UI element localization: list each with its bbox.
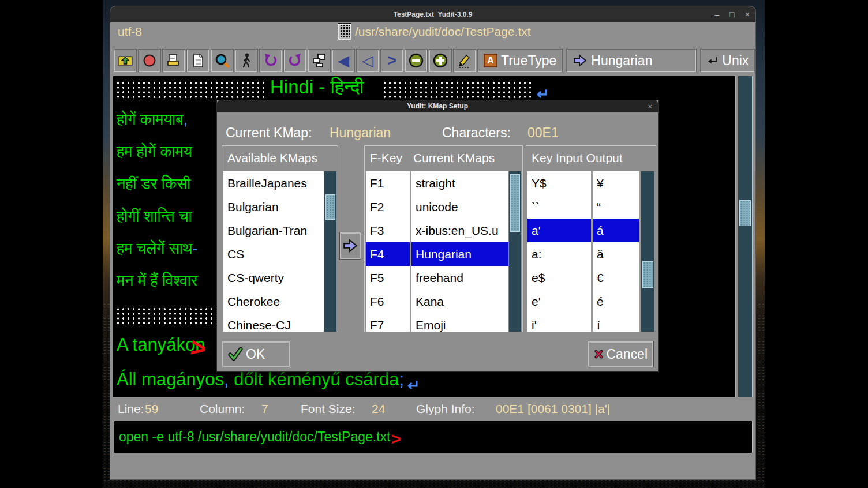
- document-button[interactable]: [186, 49, 209, 72]
- walking-person-icon: [238, 52, 255, 69]
- line-text: होगें कामयाब: [117, 111, 184, 128]
- output-cell[interactable]: ¥: [593, 171, 639, 195]
- dialog-titlebar[interactable]: Yudit: KMap Setup ×: [217, 100, 658, 112]
- fkey-cell[interactable]: F3: [366, 219, 410, 242]
- encoding-label: utf-8: [118, 25, 142, 39]
- output-cell[interactable]: ä: [593, 242, 639, 266]
- fkey-cell[interactable]: F6: [366, 290, 410, 313]
- key-input-cell[interactable]: Y$: [527, 171, 591, 195]
- file-path: /usr/share/yudit/doc/TestPage.txt: [355, 25, 531, 39]
- output-cell[interactable]: é: [593, 290, 639, 313]
- go-button[interactable]: [235, 49, 258, 72]
- key-input-cell[interactable]: a:: [527, 242, 591, 266]
- cancel-label: Cancel: [606, 347, 648, 362]
- key-input-column: Y$ `` a' a: e$ e' i': [527, 171, 591, 332]
- document-icon: [190, 52, 206, 69]
- x-icon: [594, 347, 603, 362]
- list-item[interactable]: Chinese-CJ: [223, 313, 324, 332]
- minimize-button[interactable]: –: [715, 6, 720, 22]
- output-column: ¥ “ á ä € é í: [593, 171, 639, 332]
- prev-button[interactable]: ◀: [332, 49, 355, 72]
- list-item[interactable]: Bulgarian: [223, 195, 324, 219]
- zoom-in-button[interactable]: [429, 49, 452, 72]
- cancel-button[interactable]: Cancel: [588, 341, 654, 367]
- zoom-out-button[interactable]: [405, 49, 428, 72]
- editor-line: हम चलेगें साथ-: [117, 240, 197, 258]
- printer-icon: [166, 52, 182, 69]
- close-button[interactable]: ×: [745, 6, 750, 22]
- fkey-header-label: F-Key: [370, 151, 402, 165]
- input-kmap-label: Hungarian: [591, 53, 652, 69]
- fkey-kmaps-header: F-Key Current KMaps: [365, 146, 522, 171]
- column-label: Column:: [200, 402, 245, 416]
- record-button[interactable]: [138, 49, 161, 72]
- list-item[interactable]: CS: [223, 242, 324, 266]
- scrollbar-thumb[interactable]: [326, 194, 335, 220]
- dialog-title: Yudit: KMap Setup: [217, 100, 658, 112]
- list-item[interactable]: Bulgarian-Tran: [223, 219, 324, 242]
- layout-button[interactable]: [308, 49, 331, 72]
- kmap-cell[interactable]: straight: [411, 171, 508, 195]
- editor-scrollbar-thumb[interactable]: [739, 200, 751, 226]
- command-input[interactable]: open -e utf-8 /usr/share/yudit/doc/TestP…: [114, 421, 753, 453]
- ok-button[interactable]: OK: [222, 341, 290, 367]
- fkey-cell-selected[interactable]: F4: [366, 242, 410, 266]
- font-renderer-button[interactable]: A TrueType: [477, 49, 563, 72]
- list-item[interactable]: Cherokee: [223, 290, 324, 313]
- dialog-close-button[interactable]: ×: [648, 100, 652, 112]
- fkey-cell[interactable]: F2: [366, 195, 410, 219]
- undo-button[interactable]: [259, 49, 282, 72]
- list-item[interactable]: CS-qwerty: [223, 266, 324, 290]
- fkey-cell[interactable]: F1: [366, 171, 410, 195]
- current-kmap-label: Current KMap:: [226, 125, 312, 141]
- available-kmaps-scrollbar[interactable]: [324, 171, 336, 332]
- kmap-cell[interactable]: freehand: [411, 266, 508, 290]
- prev-outline-button[interactable]: ◁: [356, 49, 379, 72]
- dotted-pattern: [114, 80, 268, 99]
- kmap-cell[interactable]: x-ibus:en_US.u: [411, 219, 508, 242]
- search-button[interactable]: [211, 49, 234, 72]
- open-file-button[interactable]: [114, 49, 137, 72]
- key-input-cell[interactable]: i': [527, 313, 591, 332]
- output-cell[interactable]: €: [593, 266, 639, 290]
- available-kmaps-header: Available KMaps: [222, 146, 338, 171]
- redo-button[interactable]: [283, 49, 306, 72]
- maximize-button[interactable]: □: [729, 6, 734, 22]
- keyio-scrollbar[interactable]: [641, 171, 654, 332]
- kmap-cell[interactable]: Emoji: [411, 313, 508, 332]
- window-titlebar[interactable]: TestPage.txt Yudit-3.0.9 – □ ×: [110, 6, 755, 22]
- next-button[interactable]: >: [380, 49, 403, 72]
- editor-line: नहीं डर किसी: [117, 175, 190, 193]
- input-kmap-button[interactable]: Hungarian: [566, 49, 697, 72]
- key-input-cell[interactable]: e$: [527, 266, 591, 290]
- scrollbar-thumb[interactable]: [510, 174, 520, 232]
- triangle-left-icon: ◀: [338, 53, 349, 68]
- print-button[interactable]: [162, 49, 185, 72]
- available-kmaps-panel: Available KMaps BrailleJapanes Bulgarian…: [222, 145, 338, 332]
- editor-scrollbar[interactable]: [738, 76, 753, 397]
- fontsize-value: 24: [372, 402, 385, 416]
- key-input-cell-selected[interactable]: a': [527, 219, 591, 242]
- fkey-cell[interactable]: F5: [366, 266, 410, 290]
- assign-kmap-button[interactable]: [339, 232, 361, 260]
- command-text: open -e utf-8 /usr/share/yudit/doc/TestP…: [119, 429, 390, 445]
- line-value: 59: [145, 402, 158, 416]
- output-cell[interactable]: “: [593, 195, 639, 219]
- window-title: TestPage.txt Yudit-3.0.9: [110, 10, 755, 18]
- fkey-scrollbar[interactable]: [508, 171, 521, 332]
- key-input-cell[interactable]: e': [527, 290, 591, 313]
- fontsize-label: Font Size:: [301, 402, 356, 416]
- panel-header-label: Key Input Output: [532, 151, 623, 165]
- freehand-button[interactable]: [453, 49, 476, 72]
- kmap-cell[interactable]: unicode: [411, 195, 508, 219]
- linebreak-button[interactable]: Unix: [700, 49, 755, 72]
- output-cell-selected[interactable]: á: [593, 219, 639, 242]
- list-item[interactable]: BrailleJapanes: [223, 171, 324, 195]
- output-cell[interactable]: í: [593, 313, 639, 332]
- key-input-cell[interactable]: ``: [527, 195, 591, 219]
- ok-label: OK: [246, 347, 265, 362]
- kmap-cell-selected[interactable]: Hungarian: [411, 242, 508, 266]
- kmap-cell[interactable]: Kana: [411, 290, 508, 313]
- scrollbar-thumb[interactable]: [642, 261, 653, 288]
- fkey-cell[interactable]: F7: [366, 313, 410, 332]
